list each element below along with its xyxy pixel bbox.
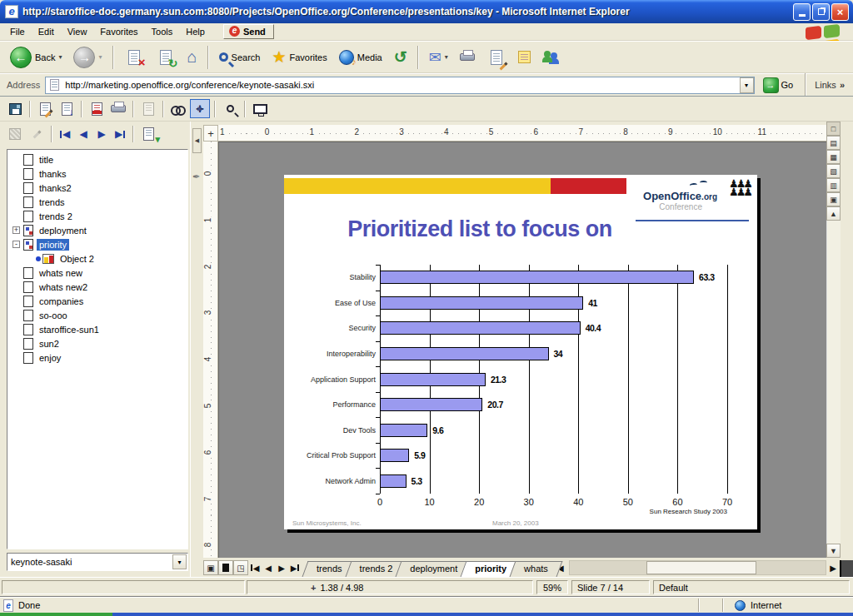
tree-item-priority[interactable]: -priority xyxy=(7,237,187,251)
menu-item-favorites[interactable]: Favorites xyxy=(93,24,144,39)
collapse-panel-button[interactable]: ◀ xyxy=(192,128,202,153)
tree-item-companies[interactable]: companies xyxy=(7,294,187,308)
scroll-right-button[interactable]: ▶ xyxy=(826,560,840,575)
mode-button-2[interactable] xyxy=(218,560,233,575)
last-slide-button[interactable]: ▶ xyxy=(112,126,128,142)
reload-document-button[interactable]: ↓ xyxy=(57,99,77,118)
previous-tab-button[interactable]: ◀ xyxy=(262,560,275,575)
back-dropdown-icon[interactable]: ▾ xyxy=(58,53,62,61)
tab-whats[interactable]: whats xyxy=(512,561,560,577)
tree-item-title[interactable]: title xyxy=(7,152,187,166)
print-file-button[interactable] xyxy=(108,99,128,118)
tree-item-deployment[interactable]: +deployment xyxy=(7,223,187,237)
category-label: Stability xyxy=(291,265,376,291)
tree-item-whats-new[interactable]: whats new xyxy=(7,266,187,280)
refresh-button[interactable]: ↻ xyxy=(151,44,181,71)
menu-item-edit[interactable]: Edit xyxy=(32,24,61,39)
scroll-down-button[interactable]: ▼ xyxy=(826,544,841,558)
save-button[interactable] xyxy=(5,99,25,118)
edit-file-button[interactable] xyxy=(35,99,55,118)
links-button[interactable]: Links » xyxy=(810,80,850,90)
menu-item-file[interactable]: File xyxy=(3,24,32,39)
handout-view-button[interactable]: ▥ xyxy=(826,178,841,192)
collapse-icon[interactable]: - xyxy=(12,241,20,248)
export-pdf-button[interactable] xyxy=(87,99,107,118)
tree-item-thanks2[interactable]: thanks2 xyxy=(7,181,187,195)
tree-item-sun2[interactable]: sun2 xyxy=(7,336,187,350)
edit-button[interactable] xyxy=(481,44,511,71)
document-selector-dropdown-icon[interactable]: ▾ xyxy=(172,554,187,569)
mode-button-3[interactable]: ◳ xyxy=(233,560,248,575)
menu-item-help[interactable]: Help xyxy=(179,24,212,39)
discuss-button[interactable] xyxy=(513,44,536,71)
bar-value-label: 34 xyxy=(554,349,563,359)
search-button[interactable]: Search xyxy=(214,44,266,71)
vertical-scrollbar[interactable]: □ ▤ ▦ ▧ ▥ ▣ ▲ ▼ xyxy=(826,122,841,558)
presentation-button[interactable] xyxy=(250,99,270,118)
notes-view-button[interactable]: ▧ xyxy=(826,164,841,178)
forward-button[interactable]: → ▾ xyxy=(68,44,107,71)
first-slide-button[interactable]: ◀ xyxy=(57,126,73,142)
scroll-up-button[interactable]: ▲ xyxy=(826,206,841,221)
mode-button-1[interactable]: ▣ xyxy=(203,560,218,575)
history-button[interactable]: ↺ xyxy=(389,44,412,71)
tree-item-label: priority xyxy=(37,239,69,251)
navigator-button[interactable] xyxy=(190,99,210,118)
status-zoom-panel[interactable]: 59% xyxy=(536,580,568,594)
tree-item-whats-new2[interactable]: whats new2 xyxy=(7,280,187,294)
logo-underline xyxy=(636,220,749,221)
tree-item-trends[interactable]: trends xyxy=(7,195,187,209)
horizontal-scroll-thumb[interactable] xyxy=(646,561,756,574)
horizontal-scroll-track[interactable] xyxy=(569,560,826,575)
tree-item-enjoy[interactable]: enjoy xyxy=(7,350,187,365)
print-button[interactable] xyxy=(455,44,480,71)
done-page-icon: e xyxy=(3,599,13,612)
go-button[interactable]: → Go xyxy=(760,77,797,94)
address-dropdown-button[interactable]: ▾ xyxy=(740,77,754,93)
slides-view-button[interactable]: ▦ xyxy=(826,150,841,164)
chart-bar-row: 9.6 xyxy=(380,417,727,443)
stop-icon: × xyxy=(138,55,146,69)
next-slide-button[interactable]: ▶ xyxy=(93,126,110,142)
first-tab-button[interactable]: ◀ xyxy=(248,560,262,575)
restore-button[interactable] xyxy=(812,3,830,21)
zoom-button[interactable] xyxy=(220,99,240,118)
mail-button[interactable]: ✉ ▾ xyxy=(424,44,453,71)
back-button[interactable]: ← Back ▾ xyxy=(5,44,67,71)
slide-show-button[interactable]: ▣ xyxy=(826,192,841,206)
vertical-scroll-track[interactable] xyxy=(826,221,841,544)
messenger-button[interactable] xyxy=(537,44,564,71)
address-field[interactable]: ▾ xyxy=(45,77,754,94)
find-button[interactable] xyxy=(168,99,188,118)
tree-item-thanks[interactable]: thanks xyxy=(7,166,187,181)
tree-item-so-ooo[interactable]: so-ooo xyxy=(7,308,187,322)
previous-slide-button[interactable]: ◀ xyxy=(75,126,92,142)
menu-item-view[interactable]: View xyxy=(61,24,94,39)
x-tick-label: 50 xyxy=(623,497,633,507)
outline-view-button[interactable]: ▤ xyxy=(826,136,841,150)
panel-splitter[interactable]: ◀ ✒ xyxy=(190,122,203,577)
tree-item-object-2[interactable]: Object 2 xyxy=(7,251,187,266)
close-button[interactable]: × xyxy=(831,3,849,21)
bar-stability xyxy=(380,271,694,284)
last-tab-button[interactable]: ▶ xyxy=(288,560,302,575)
send-button[interactable]: e Send xyxy=(223,24,274,39)
drawing-view-button[interactable]: □ xyxy=(826,122,841,136)
mail-dropdown-icon[interactable]: ▾ xyxy=(445,53,448,61)
home-button[interactable]: ⌂ xyxy=(182,44,202,71)
links-label: Links xyxy=(815,80,836,90)
stop-button[interactable]: × xyxy=(119,44,149,71)
tab-deployment[interactable]: deployment xyxy=(398,561,469,577)
tree-item-staroffice-sun1[interactable]: staroffice-sun1 xyxy=(7,322,187,336)
address-input[interactable] xyxy=(63,78,739,92)
favorites-button[interactable]: ★ Favorites xyxy=(267,44,332,71)
slide[interactable]: OpenOffice.org Conference ♟♟♟♟♟♟ Priorit… xyxy=(284,175,757,529)
menu-item-tools[interactable]: Tools xyxy=(145,24,180,39)
tree-item-trends-2[interactable]: trends 2 xyxy=(7,209,187,223)
minimize-button[interactable] xyxy=(793,3,811,21)
expand-icon[interactable]: + xyxy=(12,226,20,234)
drag-to-document-button[interactable]: ▾ xyxy=(138,125,158,144)
media-button[interactable]: ♪ Media xyxy=(334,44,387,71)
next-tab-button[interactable]: ▶ xyxy=(275,560,288,575)
document-selector[interactable]: keynote-sasaki ▾ xyxy=(7,553,188,571)
